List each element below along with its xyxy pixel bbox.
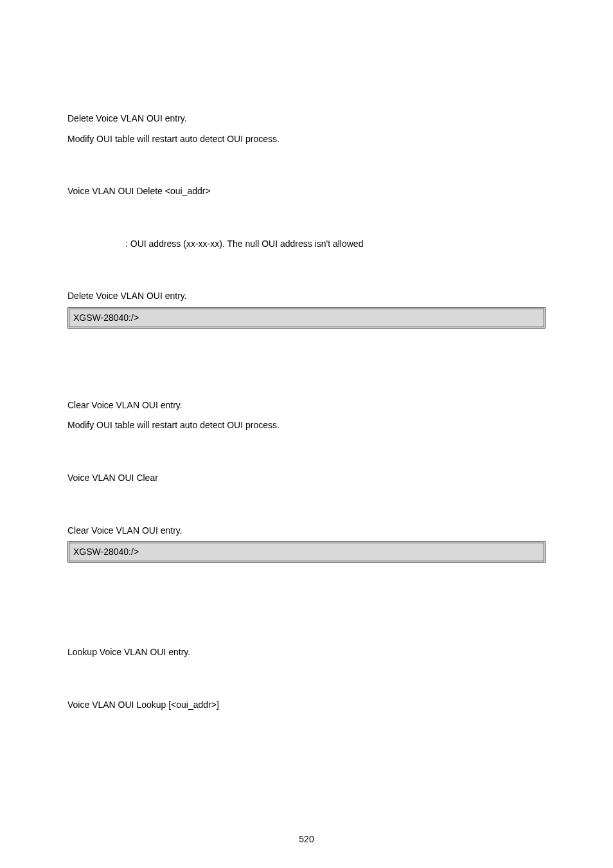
description-line-5: Lookup Voice VLAN OUI entry. — [67, 646, 546, 659]
description-line-3: Clear Voice VLAN OUI entry. — [67, 399, 546, 412]
code-block-1: XGSW-28040:/> — [67, 307, 546, 329]
param-description-1: : OUI address (xx-xx-xx). The null OUI a… — [67, 238, 546, 251]
example-label-2: Clear Voice VLAN OUI entry. — [67, 525, 546, 538]
description-line-1: Delete Voice VLAN OUI entry. — [67, 113, 546, 125]
syntax-2: Voice VLAN OUI Clear — [67, 472, 546, 485]
syntax-3: Voice VLAN OUI Lookup [<oui_addr>] — [67, 699, 546, 712]
description-line-2: Modify OUI table will restart auto detec… — [67, 133, 546, 146]
code-block-2: XGSW-28040:/> — [67, 541, 546, 563]
page-number: 520 — [0, 834, 613, 844]
description-line-4: Modify OUI table will restart auto detec… — [67, 419, 546, 432]
syntax-1: Voice VLAN OUI Delete <oui_addr> — [67, 185, 546, 198]
example-label-1: Delete Voice VLAN OUI entry. — [67, 290, 546, 303]
